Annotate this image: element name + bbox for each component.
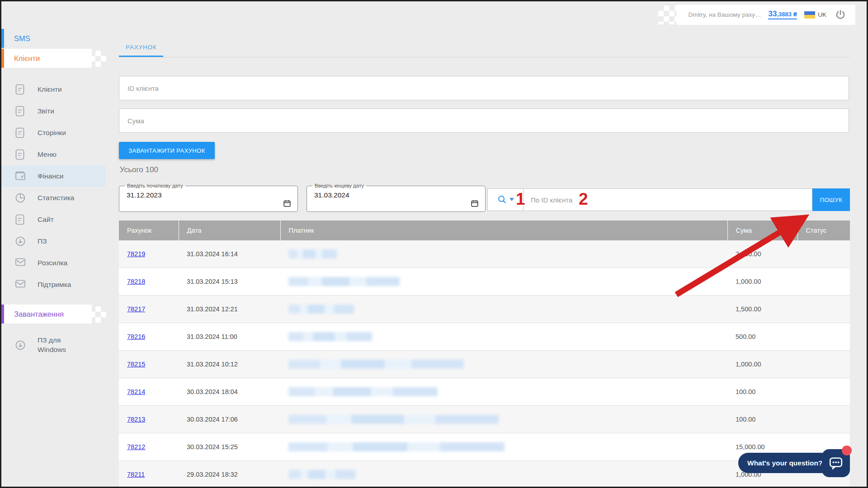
pixel-decoration — [658, 5, 680, 24]
sidebar-item-label: Сайт — [38, 215, 54, 225]
payer-blurred — [288, 277, 400, 286]
annotation-number-2: 2 — [579, 190, 588, 209]
invoice-link[interactable]: 78215 — [127, 361, 145, 368]
ukraine-flag-icon — [804, 11, 815, 19]
chat-prompt-bubble[interactable]: What's your question? — [738, 453, 831, 473]
tab-invoice[interactable]: РАХУНОК — [119, 39, 163, 57]
sidebar-item-label: Звіти — [38, 107, 54, 116]
doc-icon — [15, 149, 26, 160]
sidebar-item[interactable]: ПЗ — [1, 230, 105, 252]
sidebar-nav: КлієнтиЗвітиСторінкиМенюФінансиСтатистик… — [1, 79, 105, 296]
sidebar-item[interactable]: Фінанси — [1, 165, 105, 187]
chevron-down-icon — [509, 198, 514, 202]
invoice-link[interactable]: 78211 — [127, 471, 145, 478]
invoice-amount: 1,000.00 — [727, 268, 797, 296]
calendar-icon[interactable] — [283, 199, 291, 209]
sidebar-section-clients[interactable]: Клієнти — [1, 49, 92, 68]
table-row: 7821531.03.2024 10:121,000.00 — [119, 351, 850, 378]
wallet-icon — [15, 171, 26, 182]
doc-icon — [15, 214, 26, 225]
sidebar-item[interactable]: Сторінки — [1, 122, 105, 144]
calendar-icon[interactable] — [471, 199, 479, 209]
invoice-date: 31.03.2024 10:12 — [179, 351, 280, 378]
power-icon — [835, 9, 846, 21]
sidebar-item-label: ПЗ — [38, 237, 47, 246]
annotation-number-1: 1 — [516, 190, 525, 209]
payer-blurred — [288, 305, 354, 314]
invoice-link[interactable]: 78216 — [127, 333, 145, 340]
doc-icon — [15, 106, 26, 117]
search-button[interactable]: ПОШУК — [812, 188, 850, 211]
start-date-label: Введіть початкову дату — [125, 183, 185, 188]
column-header-payer: Платник — [280, 221, 727, 240]
main-content: РАХУНОК ЗАВАНТАЖИТИ РАХУНОК Усього 100 В… — [119, 29, 850, 487]
pie-icon — [15, 192, 26, 203]
balance-link[interactable]: 33,3883 ₴ — [768, 10, 797, 19]
end-date-field[interactable]: Введіть кінцеву дату 31.03.2024 — [307, 183, 486, 212]
section-color-bar — [1, 29, 4, 48]
invoice-date: 31.03.2024 11:00 — [179, 323, 280, 351]
column-header-sum: Сума — [727, 221, 797, 240]
table-row: 7821430.03.2024 18:04100.00 — [119, 378, 850, 406]
table-row: 7821330.03.2024 17:06100.00 — [119, 406, 850, 433]
invoice-amount: 1,000.00 — [727, 351, 797, 378]
mail-icon — [15, 279, 26, 290]
sidebar-item-pz-windows[interactable]: ПЗ для Windows — [1, 331, 105, 360]
payer-blurred — [288, 415, 499, 424]
sidebar-item-label: Підтримка — [38, 280, 71, 290]
sidebar-item-label: Фінанси — [38, 172, 63, 181]
sidebar-item[interactable]: Статистика — [1, 187, 105, 209]
total-count-label: Усього 100 — [120, 165, 158, 174]
sidebar: SMS Клієнти КлієнтиЗвітиСторінкиМенюФіна… — [1, 29, 105, 360]
invoice-status — [797, 323, 850, 351]
chat-icon — [828, 455, 844, 471]
sidebar-item[interactable]: Клієнти — [1, 79, 105, 100]
balance-int: 33 — [768, 9, 777, 18]
sidebar-item[interactable]: Сайт — [1, 209, 105, 230]
sidebar-item[interactable]: Підтримка — [1, 274, 105, 296]
payer-blurred — [288, 332, 372, 341]
client-id-input[interactable] — [119, 76, 849, 100]
invoice-date: 31.03.2024 12:21 — [179, 296, 280, 323]
invoice-date: 31.03.2024 16:14 — [179, 240, 280, 268]
invoice-link[interactable]: 78217 — [127, 305, 145, 313]
search-group: ПОШУК — [487, 188, 850, 211]
table-row: 7821931.03.2024 16:142,000.00 — [119, 240, 850, 268]
sidebar-item[interactable]: Меню — [1, 144, 105, 165]
sidebar-item[interactable]: Звіти — [1, 100, 105, 122]
sidebar-section-sms[interactable]: SMS — [1, 29, 105, 48]
search-by-client-id-input[interactable] — [524, 188, 812, 211]
table-row: 7821731.03.2024 12:211,500.00 — [119, 296, 850, 323]
column-header-date: Дата — [179, 221, 280, 240]
invoice-link[interactable]: 78219 — [127, 250, 145, 258]
section-label: Завантаження — [14, 310, 64, 319]
table-header-row: Рахунок Дата Платник Сума Статус — [119, 221, 850, 240]
invoices-table: Рахунок Дата Платник Сума Статус 7821931… — [119, 221, 850, 487]
user-account-card: Dmitry, на Вашому раху… 33,3883 ₴ UK — [676, 5, 855, 25]
invoice-link[interactable]: 78213 — [127, 416, 145, 423]
user-greeting: Dmitry, на Вашому раху… — [688, 11, 761, 18]
invoice-amount: 100.00 — [727, 406, 797, 433]
language-selector[interactable]: UK — [804, 11, 826, 19]
sum-input[interactable] — [119, 108, 849, 133]
invoice-amount: 100.00 — [727, 378, 797, 406]
section-label: SMS — [14, 34, 30, 43]
invoice-status — [797, 268, 850, 296]
invoice-amount: 500.00 — [727, 323, 797, 351]
end-date-label: Введіть кінцеву дату — [312, 183, 366, 188]
sidebar-item[interactable]: Розсилка — [1, 252, 105, 274]
sidebar-section-downloads[interactable]: Завантаження — [1, 305, 92, 324]
logout-button[interactable] — [834, 8, 847, 22]
invoice-link[interactable]: 78212 — [127, 443, 145, 450]
invoice-link[interactable]: 78218 — [127, 278, 145, 285]
column-header-status: Статус — [797, 221, 850, 240]
invoice-status — [797, 351, 850, 378]
start-date-field[interactable]: Введіть початкову дату 31.12.2023 — [119, 183, 298, 212]
start-date-value[interactable]: 31.12.2023 — [119, 188, 297, 199]
invoice-date: 30.03.2024 18:04 — [179, 378, 280, 406]
download-invoice-button[interactable]: ЗАВАНТАЖИТИ РАХУНОК — [119, 142, 215, 159]
sidebar-item-label: ПЗ для Windows — [38, 336, 66, 355]
invoice-status — [797, 406, 850, 433]
end-date-value[interactable]: 31.03.2024 — [307, 188, 485, 199]
invoice-link[interactable]: 78214 — [127, 388, 145, 395]
